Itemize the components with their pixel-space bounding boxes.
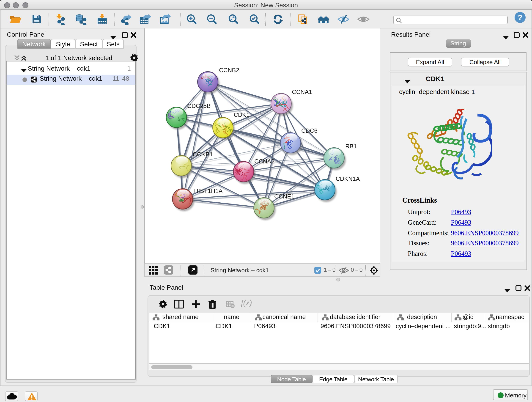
svg-text:HIST1H1A: HIST1H1A <box>194 187 222 194</box>
svg-text:CDKN1A: CDKN1A <box>336 175 360 182</box>
svg-text:CCNE1: CCNE1 <box>274 193 294 200</box>
svg-text:CDK1: CDK1 <box>234 111 249 118</box>
svg-text:CCNA1: CCNA1 <box>292 89 312 95</box>
svg-text:CCNB1: CCNB1 <box>192 151 213 158</box>
svg-text:CCNB2: CCNB2 <box>219 67 239 74</box>
svg-text:?: ? <box>518 13 523 22</box>
svg-text:CDC25B: CDC25B <box>187 102 210 109</box>
svg-text:CDC6: CDC6 <box>301 127 317 134</box>
svg-text:RB1: RB1 <box>345 143 357 150</box>
svg-text:CCNA2: CCNA2 <box>254 158 274 165</box>
